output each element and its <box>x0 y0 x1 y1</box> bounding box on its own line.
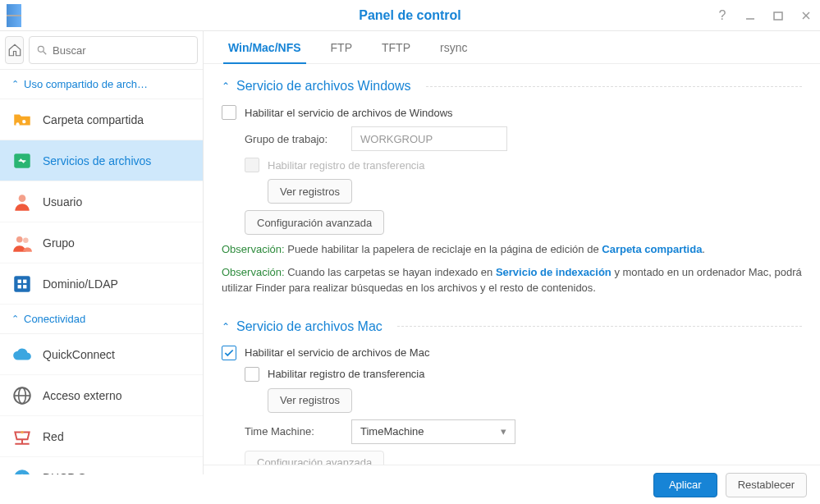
svg-rect-14 <box>18 279 21 282</box>
sidebar: ⌃ Uso compartido de arch… Carpeta compar… <box>0 31 204 474</box>
sidebar-item-shared-folder[interactable]: Carpeta compartida <box>0 99 203 140</box>
tab-rsync[interactable]: rsync <box>425 31 482 63</box>
app-icon <box>7 4 21 27</box>
tab-ftp[interactable]: FTP <box>316 31 367 63</box>
svg-point-21 <box>21 430 23 433</box>
link-indexing-service[interactable]: Servicio de indexación <box>496 266 612 278</box>
checkbox-enable-win-log <box>245 158 259 172</box>
footer: Aplicar Restablecer <box>204 465 820 504</box>
view-logs-button[interactable]: Ver registros <box>268 179 352 204</box>
sidebar-category-file-sharing[interactable]: ⌃ Uso compartido de arch… <box>0 70 203 99</box>
note-recycle-bin: Observación: Puede habilitar la papelera… <box>222 241 802 258</box>
sidebar-label: Usuario <box>43 195 82 208</box>
view-logs-mac-button[interactable]: Ver registros <box>268 388 352 413</box>
checkbox-enable-mac-log[interactable] <box>245 367 259 382</box>
advanced-settings-button[interactable]: Configuración avanzada <box>245 210 384 235</box>
svg-line-5 <box>44 52 47 55</box>
sidebar-item-group[interactable]: Grupo <box>0 222 203 263</box>
network-icon <box>11 426 33 447</box>
maximize-icon[interactable] <box>771 8 786 23</box>
sidebar-item-network[interactable]: Red <box>0 416 203 457</box>
search-input[interactable] <box>29 36 198 64</box>
sidebar-item-user[interactable]: Usuario <box>0 181 203 222</box>
note-indexing: Observación: Cuando las carpetas se haya… <box>222 264 802 296</box>
select-value: TimeMachine <box>360 425 424 438</box>
timemachine-label: Time Machine: <box>245 425 343 438</box>
user-icon <box>11 191 33 213</box>
tab-win-mac-nfs[interactable]: Win/Mac/NFS <box>213 31 316 63</box>
svg-rect-13 <box>14 276 30 292</box>
svg-rect-15 <box>23 279 26 282</box>
titlebar: Panel de control ? <box>0 0 820 31</box>
sidebar-label: Dominio/LDAP <box>43 277 118 291</box>
sidebar-label: Carpeta compartida <box>43 113 144 126</box>
checkbox-label: Habilitar el servicio de archivos de Mac <box>245 346 429 359</box>
checkbox-label: Habilitar registro de transferencia <box>268 159 424 172</box>
svg-point-7 <box>22 120 25 123</box>
svg-rect-16 <box>18 285 21 288</box>
sidebar-label: Servicios de archivos <box>43 154 151 167</box>
folder-share-icon <box>11 109 33 131</box>
sidebar-label: Acceso externo <box>43 389 122 402</box>
section-mac-file-service[interactable]: ⌃ Servicio de archivos Mac <box>222 314 802 339</box>
reset-button[interactable]: Restablecer <box>726 473 807 497</box>
cloud-icon <box>11 344 33 365</box>
checkbox-enable-mac[interactable] <box>222 346 236 360</box>
close-icon[interactable] <box>799 8 813 23</box>
svg-point-22 <box>14 470 30 474</box>
section-title: Servicio de archivos Windows <box>236 79 411 94</box>
sidebar-item-dhcp[interactable]: DHCP Server <box>0 457 203 474</box>
tab-tftp[interactable]: TFTP <box>367 31 425 63</box>
content-panel: Win/Mac/NFS FTP TFTP rsync ⌃ Servicio de… <box>204 31 820 474</box>
minimize-icon[interactable] <box>743 8 758 23</box>
checkbox-label: Habilitar registro de transferencia <box>268 368 424 380</box>
sidebar-item-file-services[interactable]: Servicios de archivos <box>0 140 203 181</box>
chevron-up-icon: ⌃ <box>222 80 230 92</box>
svg-rect-1 <box>774 12 782 20</box>
svg-point-4 <box>38 46 44 52</box>
chevron-up-icon: ⌃ <box>11 314 19 324</box>
sidebar-item-external-access[interactable]: Acceso externo <box>0 375 203 416</box>
chevron-up-icon: ⌃ <box>11 79 19 89</box>
search-icon <box>36 44 48 56</box>
workgroup-input[interactable] <box>351 126 507 151</box>
section-title: Servicio de archivos Mac <box>236 319 383 334</box>
sidebar-label: Grupo <box>43 236 75 250</box>
file-services-icon <box>11 150 33 172</box>
group-icon <box>11 232 33 254</box>
svg-point-11 <box>16 236 23 242</box>
chevron-up-icon: ⌃ <box>222 321 230 332</box>
category-label: Uso compartido de arch… <box>24 78 148 90</box>
checkbox-enable-windows[interactable] <box>222 105 236 120</box>
tabs: Win/Mac/NFS FTP TFTP rsync <box>204 31 820 64</box>
sidebar-item-quickconnect[interactable]: QuickConnect <box>0 334 203 375</box>
domain-icon <box>11 273 33 295</box>
sidebar-item-domain[interactable]: Dominio/LDAP <box>0 263 203 305</box>
home-button[interactable] <box>5 36 24 64</box>
svg-rect-17 <box>23 285 26 288</box>
svg-point-10 <box>19 195 26 202</box>
chevron-down-icon: ▾ <box>501 425 506 438</box>
globe-icon <box>11 385 33 406</box>
section-windows-file-service[interactable]: ⌃ Servicio de archivos Windows <box>222 74 802 99</box>
window-title: Panel de control <box>0 8 820 23</box>
sidebar-label: DHCP Server <box>43 471 112 475</box>
search-field[interactable] <box>53 44 190 57</box>
apply-button[interactable]: Aplicar <box>653 473 717 497</box>
link-shared-folder[interactable]: Carpeta compartida <box>602 243 702 255</box>
checkbox-label: Habilitar el servicio de archivos de Win… <box>245 107 453 119</box>
sidebar-label: QuickConnect <box>43 348 115 361</box>
workgroup-label: Grupo de trabajo: <box>245 133 343 145</box>
category-label: Conectividad <box>24 313 85 325</box>
help-icon[interactable]: ? <box>715 8 730 23</box>
svg-point-12 <box>23 237 29 243</box>
sidebar-category-connectivity[interactable]: ⌃ Conectividad <box>0 305 203 334</box>
dhcp-icon <box>11 467 33 475</box>
timemachine-select[interactable]: TimeMachine ▾ <box>351 419 515 444</box>
sidebar-label: Red <box>43 430 64 443</box>
